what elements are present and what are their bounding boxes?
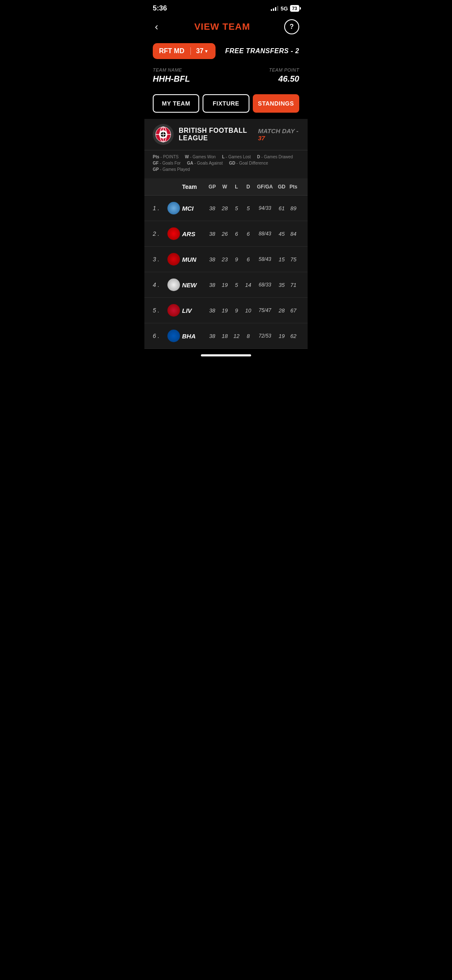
stat-w: 18: [219, 333, 231, 339]
help-button[interactable]: ?: [284, 19, 299, 34]
stat-gp: 38: [205, 333, 219, 339]
legend-ga: GA - Goals Against: [187, 161, 223, 165]
league-name: BRITISH FOOTBALL LEAGUE: [179, 127, 258, 142]
stat-d: 5: [242, 205, 254, 211]
table-row: 6 . BHA 38 18 12 8 72/53 19 62: [144, 323, 308, 349]
team-logo: [165, 278, 182, 291]
stat-gd: 45: [276, 231, 288, 237]
team-logo: [165, 201, 182, 215]
stat-d: 6: [242, 231, 254, 237]
team-abbreviation: MCI: [182, 205, 205, 212]
stat-pts: 67: [288, 307, 299, 314]
stat-gfga: 94/33: [254, 205, 276, 211]
team-abbreviation: BHA: [182, 333, 205, 340]
page-title: VIEW TEAM: [194, 21, 250, 32]
stat-l: 9: [231, 256, 242, 263]
stat-gd: 28: [276, 307, 288, 314]
table-header: Team GP W L D GF/GA GD Pts: [144, 178, 308, 196]
stat-gp: 38: [205, 256, 219, 263]
battery-icon: 73: [290, 5, 299, 12]
stat-w: 19: [219, 307, 231, 314]
team-points-value: 46.50: [269, 74, 299, 84]
stat-gp: 38: [205, 231, 219, 237]
col-header-gd: GD: [276, 184, 288, 190]
team-abbreviation: MUN: [182, 256, 205, 263]
team-name-label: TEAM NAME: [153, 67, 190, 72]
stat-gp: 38: [205, 205, 219, 211]
stat-gd: 61: [276, 205, 288, 211]
team-logo: [165, 304, 182, 317]
league-header: BRITISH FOOTBALL LEAGUE MATCH DAY - 37: [144, 119, 308, 150]
stat-d: 6: [242, 256, 254, 263]
stat-l: 9: [231, 307, 242, 314]
legend-gd: GD - Goal Difference: [229, 161, 268, 165]
team-points-label: TEAM POINT: [269, 67, 299, 72]
team-abbreviation: ARS: [182, 230, 205, 237]
legend-gp: GP - Games Played: [153, 167, 190, 172]
stat-d: 8: [242, 333, 254, 339]
rank-number: 6 .: [153, 333, 165, 339]
status-bar: 5:36 5G 73: [144, 0, 308, 15]
tab-standings[interactable]: STANDINGS: [253, 94, 299, 113]
team-name-value: HHH-BFL: [153, 74, 190, 84]
league-info: BRITISH FOOTBALL LEAGUE: [153, 124, 258, 145]
team-abbreviation: NEW: [182, 281, 205, 289]
tab-my-team[interactable]: MY TEAM: [153, 94, 199, 113]
stat-l: 5: [231, 205, 242, 211]
stat-gd: 19: [276, 333, 288, 339]
team-logo: [165, 227, 182, 240]
table-row: 4 . NEW 38 19 5 14 68/33 35 71: [144, 272, 308, 298]
free-transfers-label: FREE TRANSFERS - 2: [225, 47, 299, 55]
network-label: 5G: [280, 5, 288, 12]
stat-w: 26: [219, 231, 231, 237]
chevron-down-icon: ▾: [205, 49, 208, 54]
header: ‹ VIEW TEAM ?: [144, 15, 308, 41]
team-badge: [167, 227, 180, 240]
top-controls: RFT MD 37 ▾ FREE TRANSFERS - 2: [144, 41, 308, 65]
team-badge: [167, 330, 180, 342]
stat-l: 6: [231, 231, 242, 237]
stat-d: 14: [242, 282, 254, 288]
stat-w: 23: [219, 256, 231, 263]
stat-pts: 71: [288, 282, 299, 288]
team-badge: [167, 304, 180, 317]
table-row: 3 . MUN 38 23 9 6 58/43 15 75: [144, 247, 308, 272]
legend-d: D - Games Drawed: [257, 155, 293, 159]
legend-l: L - Games Lost: [222, 155, 251, 159]
stat-pts: 89: [288, 205, 299, 211]
status-time: 5:36: [153, 4, 167, 13]
team-badge: [167, 202, 180, 214]
stat-pts: 75: [288, 256, 299, 263]
stat-w: 28: [219, 205, 231, 211]
stat-gd: 15: [276, 256, 288, 263]
legend-row-2: GF - Goals For GA - Goals Against GD - G…: [153, 161, 299, 172]
team-logo: [165, 253, 182, 266]
tab-fixture[interactable]: FIXTURE: [203, 94, 249, 113]
rank-number: 4 .: [153, 281, 165, 288]
stat-l: 5: [231, 282, 242, 288]
nav-tabs: MY TEAM FIXTURE STANDINGS: [144, 90, 308, 119]
stat-gp: 38: [205, 307, 219, 314]
rank-number: 2 .: [153, 230, 165, 237]
back-button[interactable]: ‹: [153, 19, 160, 35]
stat-pts: 84: [288, 231, 299, 237]
signal-icon: [271, 6, 278, 11]
stat-gfga: 75/47: [254, 307, 276, 313]
standings-table: Team GP W L D GF/GA GD Pts 1 . MCI 38 28…: [144, 178, 308, 349]
col-header-gp: GP: [205, 184, 219, 190]
match-day: MATCH DAY - 37: [258, 127, 299, 142]
table-row: 1 . MCI 38 28 5 5 94/33 61 89: [144, 196, 308, 221]
rft-md-button[interactable]: RFT MD 37 ▾: [153, 43, 216, 59]
col-header-d: D: [242, 184, 254, 190]
rank-number: 1 .: [153, 205, 165, 211]
stat-gp: 38: [205, 282, 219, 288]
stat-pts: 62: [288, 333, 299, 339]
stat-gfga: 88/43: [254, 231, 276, 237]
team-logo: [165, 329, 182, 343]
team-badge: [167, 253, 180, 266]
team-points-section: TEAM POINT 46.50: [269, 67, 299, 84]
legend: Pts - POINTS W - Games Won L - Games Los…: [144, 150, 308, 178]
home-indicator: [144, 349, 308, 361]
legend-w: W - Games Won: [185, 155, 216, 159]
stat-l: 12: [231, 333, 242, 339]
